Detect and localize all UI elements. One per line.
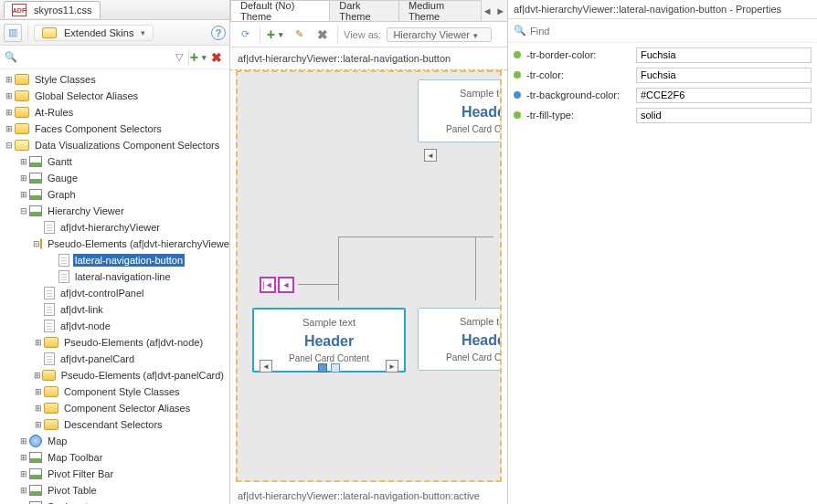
tree-item[interactable]: ⊞Component Selector Aliases xyxy=(0,400,229,416)
tree-item[interactable]: ⊟Data Visualizations Component Selectors xyxy=(0,137,229,153)
properties-find-input[interactable] xyxy=(530,26,812,37)
tree-item-label: Style Classes xyxy=(33,73,98,86)
file-tab[interactable]: ADF skyros11.css xyxy=(4,1,101,18)
tree-item[interactable]: ⊟Hierarchy Viewer xyxy=(0,203,229,219)
tree-item[interactable]: ⊞Pseudo-Elements (af|dvt-node) xyxy=(0,334,229,351)
tree-item-label: Map xyxy=(46,435,69,447)
node-sample-text: Sample text xyxy=(426,316,502,327)
tree-item[interactable]: ⊞Faces Component Selectors xyxy=(0,121,229,137)
connector-line xyxy=(298,284,338,285)
tree-item[interactable]: ⊞At-Rules xyxy=(0,104,229,121)
properties-search-row: 🔍 xyxy=(508,19,817,43)
view-list-icon[interactable]: ▥ xyxy=(4,24,22,42)
tree-item[interactable]: ⊞Gauge xyxy=(0,170,229,186)
tree-item[interactable]: ⊞Pivot Filter Bar xyxy=(0,466,229,482)
tab-label: Medium Theme xyxy=(408,0,472,22)
remove-button[interactable]: ✖ xyxy=(313,26,332,44)
tree-item[interactable]: ⊞Component Style Classes xyxy=(0,383,229,400)
hierarchy-node[interactable]: Sample text Header Panel Card Content ◄ xyxy=(418,79,502,142)
expand-icon[interactable]: ⊞ xyxy=(4,108,15,117)
delete-button[interactable]: ✖ xyxy=(207,48,226,67)
tabs-scroll-right[interactable]: ► xyxy=(494,0,508,21)
add-property-button[interactable]: + xyxy=(266,26,284,44)
refresh-icon[interactable]: ⟳ xyxy=(236,26,254,44)
help-icon[interactable]: ? xyxy=(211,26,226,40)
tree-item[interactable]: ⊞Map Toolbar xyxy=(0,449,229,466)
viewas-select[interactable]: Hierarchy Viewer xyxy=(387,27,492,42)
node-prev-icon[interactable]: ◄ xyxy=(260,360,272,373)
tree-item[interactable]: ⊞Global Selector Aliases xyxy=(0,88,229,104)
expand-icon[interactable]: ⊞ xyxy=(18,469,29,478)
property-row: -tr-border-color: xyxy=(508,45,817,65)
expand-icon[interactable]: ⊞ xyxy=(33,387,44,396)
expand-icon[interactable]: ⊞ xyxy=(18,190,29,199)
tree-item[interactable]: ⊞Descendant Selectors xyxy=(0,416,229,433)
tree-item[interactable]: ⊞Sunburst xyxy=(0,499,229,504)
expand-icon[interactable]: ⊞ xyxy=(18,453,29,462)
tabs-scroll-left[interactable]: ◄ xyxy=(481,0,494,21)
lateral-nav-first-button[interactable]: |◄ xyxy=(260,277,276,293)
viewas-value: Hierarchy Viewer xyxy=(393,29,470,40)
expand-icon[interactable]: ⊞ xyxy=(33,371,42,380)
collapse-icon[interactable]: ⊟ xyxy=(33,239,40,248)
component-icon xyxy=(29,205,42,216)
collapse-icon[interactable]: ⊟ xyxy=(4,141,15,150)
tree-item[interactable]: ⊞Pseudo-Elements (af|dvt-panelCard) xyxy=(0,367,229,383)
property-value-input[interactable] xyxy=(636,68,812,83)
folder-open-icon xyxy=(15,140,29,151)
tree-item[interactable]: af|dvt-node xyxy=(0,318,229,334)
node-next-icon[interactable]: ► xyxy=(386,360,398,373)
expand-icon[interactable]: ⊞ xyxy=(33,420,44,429)
expand-icon[interactable]: ⊞ xyxy=(18,486,29,495)
property-value-input[interactable] xyxy=(636,88,812,103)
expand-icon[interactable]: ⊞ xyxy=(4,91,15,100)
tree-item-label: At-Rules xyxy=(33,106,75,119)
filter-icon[interactable]: ▽ xyxy=(170,48,188,67)
hierarchy-node[interactable]: Sample text Header Panel Card Content xyxy=(418,308,502,371)
document-icon xyxy=(44,221,55,234)
expand-icon[interactable]: ⊞ xyxy=(4,75,15,84)
lateral-nav-prev-button[interactable]: ◄ xyxy=(278,277,294,293)
folder-icon xyxy=(44,419,58,430)
edit-button[interactable]: ✎ xyxy=(290,26,308,44)
property-value-input[interactable] xyxy=(636,108,812,123)
connector-line xyxy=(475,236,476,300)
collapse-icon[interactable]: ⊟ xyxy=(18,206,29,215)
add-button[interactable]: + xyxy=(189,48,207,67)
component-icon xyxy=(29,189,42,200)
theme-tab-dark[interactable]: Dark Theme xyxy=(329,0,399,21)
expand-icon[interactable]: ⊞ xyxy=(18,436,29,446)
tree-search-input[interactable] xyxy=(18,50,170,65)
tree-item[interactable]: ⊞Graph xyxy=(0,186,229,203)
tree-item[interactable]: af|dvt-hierarchyViewer xyxy=(0,219,229,236)
theme-tab-medium[interactable]: Medium Theme xyxy=(398,0,482,21)
property-row: -tr-color: xyxy=(508,65,817,85)
document-icon xyxy=(44,352,55,365)
expand-icon[interactable]: ⊞ xyxy=(4,124,15,133)
properties-list: -tr-border-color:-tr-color:-tr-backgroun… xyxy=(508,43,817,127)
theme-tab-default[interactable]: Default (No) Theme xyxy=(230,0,330,21)
expand-icon[interactable]: ⊞ xyxy=(33,404,44,413)
tree-item[interactable]: ⊞Style Classes xyxy=(0,71,229,88)
expand-icon[interactable]: ⊞ xyxy=(18,157,29,166)
tree-item[interactable]: af|dvt-link xyxy=(0,301,229,318)
tree-item[interactable]: af|dvt-panelCard xyxy=(0,351,229,367)
tree-item[interactable]: lateral-navigation-button xyxy=(0,252,229,268)
document-icon xyxy=(58,270,69,283)
tree-item[interactable]: ⊟Pseudo-Elements (af|dvt-hierarchyViewer… xyxy=(0,236,229,252)
expand-icon[interactable]: ⊞ xyxy=(33,338,44,347)
tree-item[interactable]: ⊞Pivot Table xyxy=(0,482,229,499)
tree-item[interactable]: ⊞Gantt xyxy=(0,153,229,170)
preview-canvas[interactable]: Sample text Header Panel Card Content ◄ … xyxy=(236,70,502,482)
expand-icon[interactable]: ⊞ xyxy=(18,173,29,183)
property-value-input[interactable] xyxy=(636,47,812,63)
selector-tree[interactable]: ⊞Style Classes⊞Global Selector Aliases⊞A… xyxy=(0,69,229,504)
tree-item-label: Global Selector Aliases xyxy=(33,89,140,102)
folder-icon xyxy=(15,74,29,85)
tree-item[interactable]: lateral-navigation-line xyxy=(0,268,229,285)
hierarchy-node-selected[interactable]: Sample text Header Panel Card Content ◄ … xyxy=(252,308,406,373)
tree-item[interactable]: ⊞Map xyxy=(0,433,229,449)
skin-breadcrumb[interactable]: Extended Skins xyxy=(34,25,154,41)
node-prev-icon[interactable]: ◄ xyxy=(424,149,437,162)
tree-item[interactable]: af|dvt-controlPanel xyxy=(0,285,229,301)
